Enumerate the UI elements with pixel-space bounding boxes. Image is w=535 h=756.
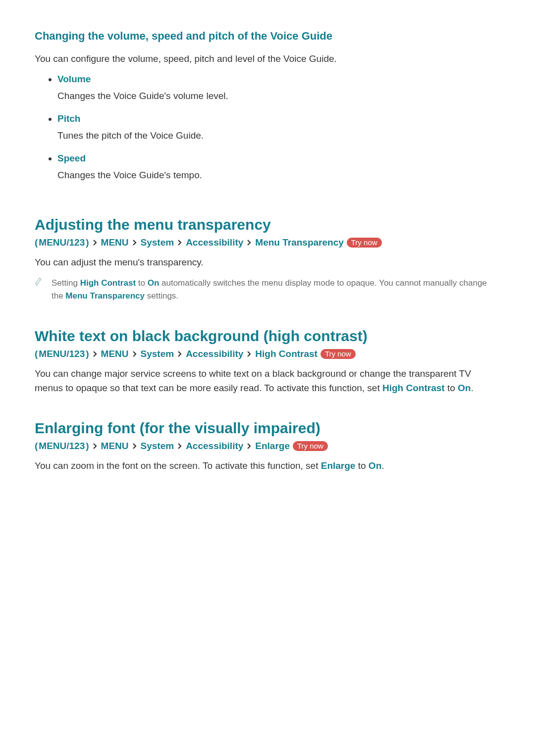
- breadcrumb-step: Enlarge: [255, 441, 290, 452]
- breadcrumb-paren-close: ): [86, 441, 89, 452]
- section-heading-enlarge: Enlarging font (for the visually impaire…: [35, 420, 500, 437]
- breadcrumb-step: System: [141, 237, 174, 248]
- svg-line-0: [36, 285, 37, 286]
- keyword-on: On: [458, 383, 471, 393]
- breadcrumb-step: Menu Transparency: [255, 237, 343, 248]
- chevron-right-icon: [177, 240, 183, 246]
- note-icon: [35, 278, 45, 289]
- breadcrumb-step: Accessibility: [186, 237, 243, 248]
- breadcrumb-root: MENU/123: [39, 237, 85, 248]
- breadcrumb-high-contrast: (MENU/123) MENU System Accessibility Hig…: [35, 349, 500, 359]
- option-desc: Tunes the pitch of the Voice Guide.: [57, 130, 500, 141]
- try-now-button[interactable]: Try now: [347, 238, 382, 248]
- chevron-right-icon: [177, 351, 183, 357]
- breadcrumb-paren-close: ): [86, 237, 89, 248]
- keyword-enlarge: Enlarge: [321, 460, 356, 471]
- body-span: to: [445, 383, 458, 393]
- note-span: to: [136, 278, 148, 288]
- breadcrumb-step: MENU: [101, 349, 129, 359]
- chevron-right-icon: [177, 443, 183, 449]
- try-now-button[interactable]: Try now: [293, 441, 328, 451]
- chevron-right-icon: [246, 240, 252, 246]
- body-span: You can zoom in the font on the screen. …: [35, 460, 321, 471]
- list-item: Pitch Tunes the pitch of the Voice Guide…: [57, 112, 500, 152]
- keyword-high-contrast: High Contrast: [80, 278, 136, 288]
- breadcrumb-paren-open: (: [35, 441, 38, 452]
- body-span: .: [471, 383, 473, 393]
- breadcrumb-step: Accessibility: [186, 441, 243, 452]
- breadcrumb-paren-close: ): [86, 349, 89, 359]
- chevron-right-icon: [246, 443, 252, 449]
- chevron-right-icon: [132, 443, 138, 449]
- breadcrumb-root: MENU/123: [39, 441, 85, 452]
- keyword-menu-transparency: Menu Transparency: [65, 291, 145, 301]
- sub-heading-voice-guide: Changing the volume, speed and pitch of …: [35, 30, 500, 43]
- breadcrumb-step: System: [141, 349, 174, 359]
- chevron-right-icon: [246, 351, 252, 357]
- chevron-right-icon: [92, 240, 98, 246]
- option-name-speed: Speed: [57, 153, 86, 164]
- list-item: Volume Changes the Voice Guide's volume …: [57, 73, 500, 112]
- chevron-right-icon: [132, 240, 138, 246]
- chevron-right-icon: [132, 351, 138, 357]
- note-row: Setting High Contrast to On automaticall…: [35, 277, 500, 303]
- option-desc: Changes the Voice Guide's volume level.: [57, 91, 500, 101]
- keyword-on: On: [369, 460, 381, 471]
- option-name-pitch: Pitch: [57, 113, 80, 124]
- try-now-button[interactable]: Try now: [321, 349, 356, 359]
- breadcrumb-enlarge: (MENU/123) MENU System Accessibility Enl…: [35, 441, 500, 452]
- body-span: .: [381, 460, 384, 471]
- list-item: Speed Changes the Voice Guide's tempo.: [57, 152, 500, 192]
- note-span: settings.: [145, 291, 178, 301]
- option-name-volume: Volume: [57, 74, 91, 85]
- section-heading-transparency: Adjusting the menu transparency: [35, 216, 500, 233]
- breadcrumb-step: MENU: [101, 441, 129, 452]
- keyword-on: On: [148, 278, 160, 288]
- keyword-high-contrast: High Contrast: [382, 383, 445, 393]
- intro-text-voice-guide: You can configure the volume, speed, pit…: [35, 51, 500, 66]
- breadcrumb-paren-open: (: [35, 237, 38, 248]
- chevron-right-icon: [92, 443, 98, 449]
- note-text: Setting High Contrast to On automaticall…: [52, 277, 500, 303]
- breadcrumb-transparency: (MENU/123) MENU System Accessibility Men…: [35, 237, 500, 248]
- body-transparency: You can adjust the menu's transparency.: [35, 255, 500, 269]
- breadcrumb-root: MENU/123: [39, 349, 85, 359]
- breadcrumb-step: High Contrast: [255, 349, 318, 359]
- body-enlarge: You can zoom in the font on the screen. …: [35, 458, 500, 473]
- section-heading-high-contrast: White text on black background (high con…: [35, 328, 500, 345]
- voice-guide-options: Volume Changes the Voice Guide's volume …: [35, 73, 500, 192]
- note-span: Setting: [52, 278, 80, 288]
- breadcrumb-step: MENU: [101, 237, 129, 248]
- breadcrumb-paren-open: (: [35, 349, 38, 359]
- option-desc: Changes the Voice Guide's tempo.: [57, 170, 500, 181]
- breadcrumb-step: System: [141, 441, 174, 452]
- chevron-right-icon: [92, 351, 98, 357]
- breadcrumb-step: Accessibility: [186, 349, 243, 359]
- document-page: Changing the volume, speed and pitch of …: [0, 0, 535, 756]
- body-span: to: [355, 460, 368, 471]
- body-high-contrast: You can change major service screens to …: [35, 366, 500, 396]
